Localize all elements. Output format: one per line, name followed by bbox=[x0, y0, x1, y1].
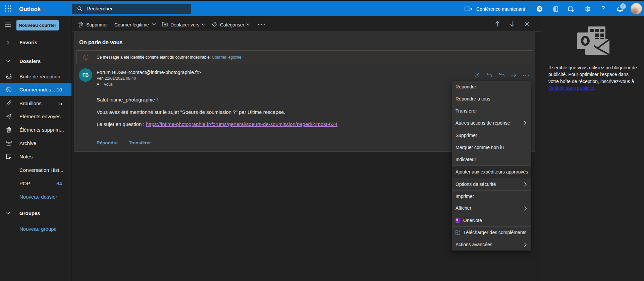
svg-text:N: N bbox=[553, 7, 556, 11]
svg-text:N: N bbox=[456, 219, 458, 222]
